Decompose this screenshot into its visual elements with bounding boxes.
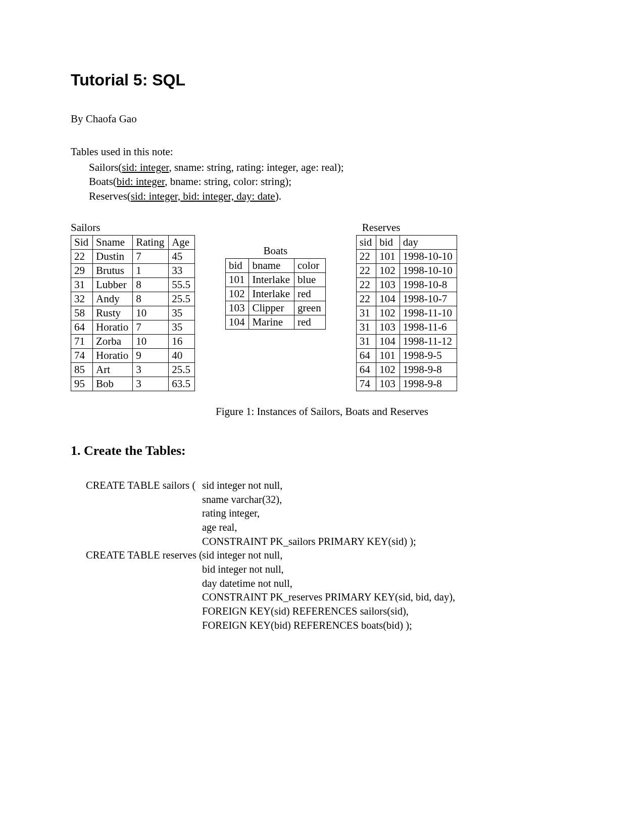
- table-cell: 22: [356, 278, 376, 292]
- table-cell: 10: [133, 335, 169, 349]
- schema-boats: Boats(bid: integer, bname: string, color…: [89, 174, 573, 189]
- table-cell: 22: [356, 264, 376, 278]
- table-cell: 74: [356, 377, 376, 391]
- table-row: 104Marinered: [225, 315, 325, 330]
- table-cell: Lubber: [93, 278, 133, 292]
- sql-right-8: day datetime not null,: [202, 577, 573, 591]
- table-cell: 29: [71, 264, 93, 278]
- table-row: 641021998-9-8: [356, 363, 457, 377]
- table-cell: 104: [376, 335, 400, 349]
- table-row: 71Zorba1016: [71, 335, 195, 349]
- table-cell: 22: [71, 250, 93, 264]
- table-row: 74Horatio940: [71, 349, 195, 363]
- section-heading-1: 1. Create the Tables:: [71, 443, 573, 458]
- table-cell: Marine: [249, 315, 294, 330]
- table-cell: Rusty: [93, 306, 133, 320]
- table-cell: 58: [71, 306, 93, 320]
- table-row: 95Bob363.5: [71, 377, 195, 391]
- table-row: 311021998-11-10: [356, 306, 457, 320]
- table-cell: 35: [169, 306, 195, 320]
- reserves-table-label: Reserves: [362, 221, 457, 234]
- table-cell: red: [294, 315, 326, 330]
- table-cell: 102: [376, 306, 400, 320]
- table-row: 101Interlakeblue: [225, 273, 325, 287]
- table-row: 311041998-11-12: [356, 335, 457, 349]
- table-cell: 35: [169, 320, 195, 335]
- boats-table-block: Boats bidbnamecolor101Interlakeblue102In…: [225, 245, 326, 330]
- table-header-cell: bid: [225, 259, 249, 273]
- sailors-table: SidSnameRatingAge22Dustin74529Brutus1333…: [71, 235, 195, 391]
- table-cell: 16: [169, 335, 195, 349]
- table-header-cell: bname: [249, 259, 294, 273]
- table-cell: 1998-11-6: [400, 320, 457, 335]
- document-page: Tutorial 5: SQL By Chaofa Gao Tables use…: [0, 0, 644, 834]
- table-cell: 104: [225, 315, 249, 330]
- table-cell: 102: [225, 287, 249, 301]
- sql-right-6: sid integer not null,: [202, 548, 573, 563]
- table-row: 221011998-10-10: [356, 250, 457, 264]
- table-cell: 74: [71, 349, 93, 363]
- table-cell: Bob: [93, 377, 133, 391]
- table-row: 221031998-10-8: [356, 278, 457, 292]
- table-row: 29Brutus133: [71, 264, 195, 278]
- table-cell: 7: [133, 320, 169, 335]
- table-row: 103Clippergreen: [225, 301, 325, 315]
- page-title: Tutorial 5: SQL: [71, 71, 573, 89]
- table-header-cell: Sid: [71, 236, 93, 250]
- table-cell: Interlake: [249, 273, 294, 287]
- table-cell: 95: [71, 377, 93, 391]
- table-cell: Andy: [93, 292, 133, 306]
- reserves-table-block: Reserves sidbidday221011998-10-102210219…: [356, 221, 457, 391]
- table-cell: Horatio: [93, 320, 133, 335]
- table-cell: Zorba: [93, 335, 133, 349]
- table-cell: 22: [356, 292, 376, 306]
- table-row: 64Horatio735: [71, 320, 195, 335]
- table-cell: 64: [356, 363, 376, 377]
- table-header-cell: Rating: [133, 236, 169, 250]
- table-row: 22Dustin745: [71, 250, 195, 264]
- schema-reserves: Reserves(sid: integer, bid: integer, day…: [89, 189, 573, 203]
- table-cell: 3: [133, 377, 169, 391]
- table-cell: Brutus: [93, 264, 133, 278]
- table-cell: 1998-9-8: [400, 377, 457, 391]
- sql-right-9: CONSTRAINT PK_reserves PRIMARY KEY(sid, …: [202, 590, 573, 605]
- table-row: 31Lubber855.5: [71, 278, 195, 292]
- sql-right-1: sid integer not null,: [202, 479, 573, 493]
- table-cell: 25.5: [169, 363, 195, 377]
- table-row: 32Andy825.5: [71, 292, 195, 306]
- table-cell: 32: [71, 292, 93, 306]
- table-header-cell: bid: [376, 236, 400, 250]
- table-row: 221021998-10-10: [356, 264, 457, 278]
- table-cell: 1998-10-8: [400, 278, 457, 292]
- table-cell: 1998-10-7: [400, 292, 457, 306]
- sql-left-2: CREATE TABLE reserves (: [86, 548, 202, 563]
- sql-right-10: FOREIGN KEY(sid) REFERENCES sailors(sid)…: [202, 605, 573, 619]
- table-cell: 31: [356, 335, 376, 349]
- sql-right-11: FOREIGN KEY(bid) REFERENCES boats(bid) )…: [202, 619, 573, 633]
- table-cell: 1998-11-12: [400, 335, 457, 349]
- table-row: 221041998-10-7: [356, 292, 457, 306]
- table-cell: Dustin: [93, 250, 133, 264]
- table-cell: 8: [133, 278, 169, 292]
- table-cell: 104: [376, 292, 400, 306]
- table-cell: 7: [133, 250, 169, 264]
- table-row: 85Art325.5: [71, 363, 195, 377]
- table-header-cell: Age: [169, 236, 195, 250]
- sql-right-2: sname varchar(32),: [202, 493, 573, 507]
- table-row: 741031998-9-8: [356, 377, 457, 391]
- table-cell: 1998-10-10: [400, 264, 457, 278]
- table-cell: 1998-11-10: [400, 306, 457, 320]
- schema-sailors: Sailors(sid: integer, sname: string, rat…: [89, 160, 573, 174]
- table-cell: Interlake: [249, 287, 294, 301]
- table-row: 102Interlakered: [225, 287, 325, 301]
- sql-right-5: CONSTRAINT PK_sailors PRIMARY KEY(sid) )…: [202, 535, 573, 549]
- sailors-table-label: Sailors: [71, 221, 195, 234]
- table-row: 311031998-11-6: [356, 320, 457, 335]
- table-cell: 103: [225, 301, 249, 315]
- table-cell: 64: [356, 349, 376, 363]
- table-cell: Horatio: [93, 349, 133, 363]
- table-cell: 31: [356, 320, 376, 335]
- table-header-cell: Sname: [93, 236, 133, 250]
- sql-create-block: CREATE TABLE sailors ( sid integer not n…: [86, 479, 573, 632]
- author-line: By Chaofa Gao: [71, 113, 573, 125]
